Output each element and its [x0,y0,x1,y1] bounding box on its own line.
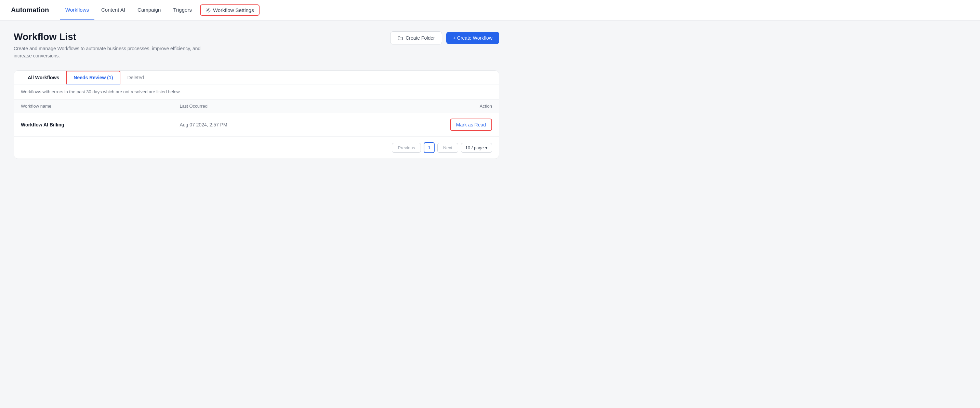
nav-item-workflows[interactable]: Workflows [60,0,94,20]
nav-item-triggers[interactable]: Triggers [167,0,197,20]
main-content: Workflow List Create and manage Workflow… [0,21,513,170]
folder-icon [397,35,403,41]
previous-button[interactable]: Previous [392,143,421,153]
previous-label: Previous [398,145,415,150]
gear-icon [205,8,211,13]
tab-deleted[interactable]: Deleted [120,71,150,84]
last-occurred-cell: Aug 07 2024, 2:57 PM [173,113,343,137]
page-description: Create and manage Workflows to automate … [14,45,219,59]
table-subtitle-text: Workflows with errors in the past 30 day… [21,89,181,94]
nav-item-campaign[interactable]: Campaign [132,0,166,20]
tab-deleted-label: Deleted [127,75,144,80]
column-header-workflow-name: Workflow name [14,100,173,113]
chevron-down-icon: ▾ [485,145,488,150]
nav-item-content-ai-label: Content AI [101,7,125,13]
create-workflow-label: + Create Workflow [453,35,492,41]
top-navigation: Automation Workflows Content AI Campaign… [0,0,980,21]
tab-needs-review[interactable]: Needs Review (1) [66,71,120,84]
create-folder-label: Create Folder [406,35,435,41]
per-page-selector[interactable]: 10 / page ▾ [461,143,492,153]
nav-items-container: Workflows Content AI Campaign Triggers W… [60,0,261,20]
workflows-table: Workflow name Last Occurred Action Workf… [14,100,499,137]
page-header: Workflow List Create and manage Workflow… [14,32,499,59]
page-number-1[interactable]: 1 [424,142,434,153]
header-actions: Create Folder + Create Workflow [390,32,499,44]
workflow-name-cell: Workflow AI Billing [14,113,173,137]
table-row: Workflow AI Billing Aug 07 2024, 2:57 PM… [14,113,499,137]
page-title-section: Workflow List Create and manage Workflow… [14,32,219,59]
create-workflow-button[interactable]: + Create Workflow [446,32,499,44]
next-label: Next [443,145,452,150]
page-title: Workflow List [14,32,219,42]
workflow-table-container: All Workflows Needs Review (1) Deleted W… [14,70,499,159]
nav-item-triggers-label: Triggers [173,7,191,13]
pagination-row: Previous 1 Next 10 / page ▾ [14,137,499,159]
nav-item-content-ai[interactable]: Content AI [96,0,130,20]
tab-all-workflows-label: All Workflows [28,75,59,80]
nav-item-workflow-settings[interactable]: Workflow Settings [200,5,259,16]
column-header-action: Action [344,100,499,113]
next-button[interactable]: Next [438,143,458,153]
svg-point-0 [208,9,209,11]
nav-item-workflow-settings-label: Workflow Settings [213,7,254,13]
create-folder-button[interactable]: Create Folder [390,32,442,44]
table-header-row: Workflow name Last Occurred Action [14,100,499,113]
mark-as-read-button[interactable]: Mark as Read [450,119,492,131]
table-subtitle: Workflows with errors in the past 30 day… [14,84,499,100]
tab-needs-review-label: Needs Review (1) [73,75,113,80]
nav-item-campaign-label: Campaign [137,7,161,13]
brand-logo: Automation [11,6,49,14]
action-cell: Mark as Read [344,113,499,137]
column-header-last-occurred: Last Occurred [173,100,343,113]
tabs-row: All Workflows Needs Review (1) Deleted [14,71,499,84]
per-page-label: 10 / page [465,145,484,150]
nav-item-workflows-label: Workflows [65,7,89,13]
tab-all-workflows[interactable]: All Workflows [21,71,66,84]
